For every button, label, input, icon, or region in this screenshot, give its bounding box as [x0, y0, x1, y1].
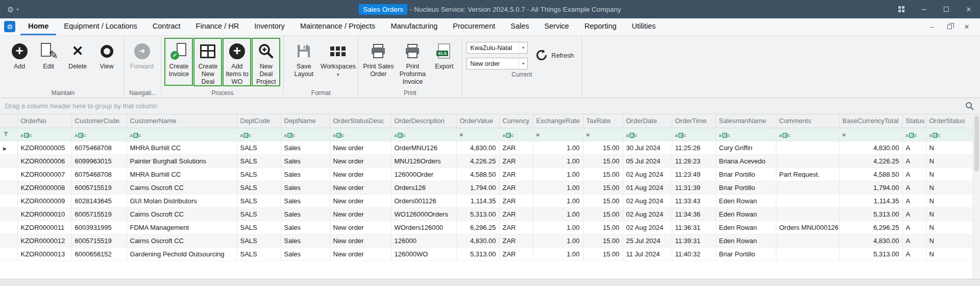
order-row-KZOR0000007[interactable]: KZOR00000076075468708MHRA Burhill CCSALS… [0, 168, 973, 181]
cell-comments[interactable] [776, 194, 839, 207]
cell-orderstatusdesc[interactable]: New order [330, 247, 391, 260]
cell-deptcode[interactable]: SALS [237, 207, 281, 221]
column-header-orderstatus[interactable]: OrderStatus [926, 114, 973, 128]
cell-comments[interactable] [776, 141, 839, 154]
row-selector[interactable] [0, 154, 17, 168]
cell-ordertime[interactable]: 11:25:26 [672, 141, 716, 154]
cell-status[interactable]: A [902, 194, 926, 207]
cell-customercode[interactable]: 6028143645 [71, 194, 127, 207]
cell-orderdescription[interactable]: MNU126Orders [391, 154, 456, 168]
filter-cell-salesmanname[interactable]: aBc [716, 128, 776, 141]
tab-procurement[interactable]: Procurement [445, 18, 503, 35]
inner-restore-button[interactable] [941, 21, 958, 33]
cell-exchangerate[interactable]: 1.00 [533, 154, 583, 168]
cell-orderno[interactable]: KZOR0000006 [17, 154, 71, 168]
active-row-indicator[interactable]: ▶ [0, 141, 17, 154]
order-row-KZOR0000005[interactable]: ▶KZOR00000056075468708MHRA Burhill CCSAL… [0, 141, 973, 154]
order-row-KZOR0000009[interactable]: KZOR00000096028143645GUI Molan Distribut… [0, 194, 973, 207]
row-selector-header[interactable] [0, 114, 17, 128]
cell-taxrate[interactable]: 15.00 [583, 234, 623, 247]
row-selector[interactable] [0, 247, 17, 260]
cell-deptcode[interactable]: SALS [237, 168, 281, 181]
cell-customername[interactable]: MHRA Burhill CC [127, 141, 237, 154]
cell-orderno[interactable]: KZOR0000010 [17, 207, 71, 221]
cell-exchangerate[interactable]: 1.00 [533, 168, 583, 181]
view-button[interactable]: View [92, 38, 121, 86]
cell-comments[interactable] [776, 234, 839, 247]
cell-exchangerate[interactable]: 1.00 [533, 207, 583, 221]
cell-orderdescription[interactable]: OrderMNU126 [391, 141, 456, 154]
cell-orderstatusdesc[interactable]: New order [330, 234, 391, 247]
cell-orderstatus[interactable]: N [926, 234, 973, 247]
cell-deptcode[interactable]: SALS [237, 181, 281, 194]
column-header-orderstatusdesc[interactable]: OrderStatusDesc [330, 114, 391, 128]
cell-basecurrencytotal[interactable]: 6,296.25 [839, 221, 902, 234]
cell-ordervalue[interactable]: 4,588.50 [456, 168, 499, 181]
window-maximize-button[interactable] [935, 0, 958, 18]
print-proforma-invoice-button[interactable]: Print Proforma Invoice [396, 38, 429, 86]
cell-currency[interactable]: ZAR [499, 207, 533, 221]
cell-customername[interactable]: Cairns Oscroft CC [127, 234, 237, 247]
column-header-status[interactable]: Status [902, 114, 926, 128]
cell-salesmanname[interactable]: Eden Rowan [716, 194, 776, 207]
forward-button[interactable]: Forward [128, 38, 156, 86]
title-bar-menu[interactable] [0, 6, 18, 13]
cell-customername[interactable]: Cairns Oscroft CC [127, 207, 237, 221]
filter-cell-orderno[interactable]: aBc [17, 128, 71, 141]
cell-exchangerate[interactable]: 1.00 [533, 247, 583, 260]
cell-comments[interactable] [776, 247, 839, 260]
cell-ordervalue[interactable]: 1,114.35 [456, 194, 499, 207]
tab-manufacturing[interactable]: Manufacturing [383, 18, 445, 35]
filter-cell-currency[interactable]: aBc [499, 128, 533, 141]
filter-cell-orderdescription[interactable]: aBc [391, 128, 456, 141]
vertical-scrollbar[interactable] [973, 114, 980, 279]
cell-status[interactable]: A [902, 154, 926, 168]
cell-customercode[interactable]: 6005715519 [71, 234, 127, 247]
cell-status[interactable]: A [902, 168, 926, 181]
cell-currency[interactable]: ZAR [499, 194, 533, 207]
cell-deptname[interactable]: Sales [281, 221, 330, 234]
cell-taxrate[interactable]: 15.00 [583, 168, 623, 181]
region-dropdown[interactable]: KwaZulu-Natal [467, 42, 528, 54]
cell-salesmanname[interactable]: Briar Portillo [716, 247, 776, 260]
cell-status[interactable]: A [902, 247, 926, 260]
cell-deptname[interactable]: Sales [281, 207, 330, 221]
cell-basecurrencytotal[interactable]: 4,588.50 [839, 168, 902, 181]
row-selector[interactable] [0, 181, 17, 194]
cell-orderdescription[interactable]: 126000Order [391, 168, 456, 181]
cell-salesmanname[interactable]: Eden Rowan [716, 207, 776, 221]
new-deal-project-button[interactable]: New Deal Project [252, 38, 280, 86]
column-header-ordertime[interactable]: OrderTime [672, 114, 716, 128]
filter-cell-basecurrencytotal[interactable]: = [839, 128, 902, 141]
cell-orderstatusdesc[interactable]: New order [330, 168, 391, 181]
cell-deptname[interactable]: Sales [281, 141, 330, 154]
cell-customername[interactable]: GUI Molan Distributors [127, 194, 237, 207]
edit-button[interactable]: Edit [34, 38, 63, 86]
cell-deptname[interactable]: Sales [281, 181, 330, 194]
cell-salesmanname[interactable]: Briar Portillo [716, 168, 776, 181]
cell-orderno[interactable]: KZOR0000013 [17, 247, 71, 260]
cell-status[interactable]: A [902, 181, 926, 194]
column-header-customercode[interactable]: CustomerCode [71, 114, 127, 128]
cell-ordervalue[interactable]: 4,226.25 [456, 154, 499, 168]
column-header-currency[interactable]: Currency [499, 114, 533, 128]
filter-funnel-icon[interactable] [0, 128, 17, 141]
tab-contract[interactable]: Contract [145, 18, 188, 35]
cell-orderstatus[interactable]: N [926, 247, 973, 260]
order-row-KZOR0000006[interactable]: KZOR00000066099963015Painter Burghall So… [0, 154, 973, 168]
cell-ordervalue[interactable]: 4,830.00 [456, 234, 499, 247]
tab-service[interactable]: Service [537, 18, 577, 35]
cell-status[interactable]: A [902, 141, 926, 154]
scrollbar-thumb[interactable] [974, 115, 979, 172]
order-status-dropdown[interactable]: New order [467, 58, 528, 69]
filter-cell-deptname[interactable]: aBc [281, 128, 330, 141]
column-header-deptname[interactable]: DeptName [281, 114, 330, 128]
cell-orderstatus[interactable]: N [926, 207, 973, 221]
tab-finance-hr[interactable]: Finance / HR [188, 18, 247, 35]
cell-comments[interactable] [776, 181, 839, 194]
cell-deptcode[interactable]: SALS [237, 221, 281, 234]
cell-orderstatusdesc[interactable]: New order [330, 207, 391, 221]
column-header-orderdate[interactable]: OrderDate [623, 114, 672, 128]
column-header-customername[interactable]: CustomerName [127, 114, 237, 128]
cell-taxrate[interactable]: 15.00 [583, 194, 623, 207]
